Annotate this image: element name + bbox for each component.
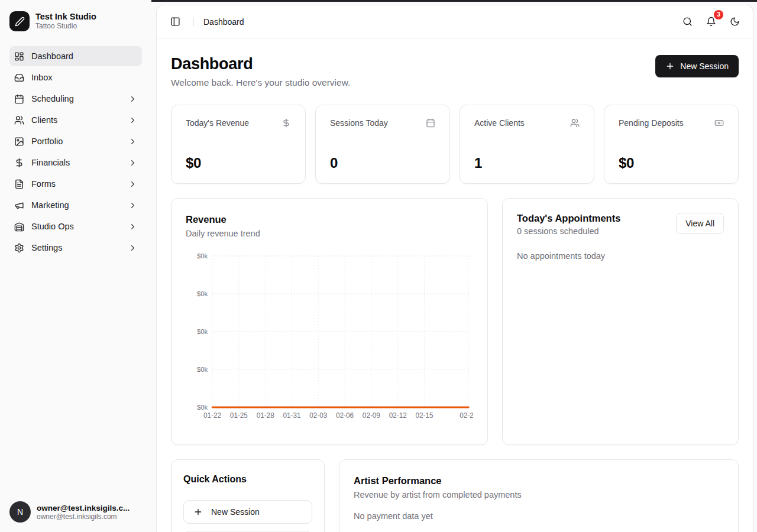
svg-text:$0k: $0k <box>197 290 208 297</box>
sidebar-item-label: Dashboard <box>31 51 73 61</box>
main-region: Dashboard 3 Dashboard Welcome back. Here… <box>151 0 757 532</box>
sidebar-item-settings[interactable]: Settings <box>9 238 142 258</box>
chevron-right-icon <box>128 222 137 231</box>
sidebar-item-portfolio[interactable]: Portfolio <box>9 131 142 151</box>
main-panel: Dashboard 3 Dashboard Welcome back. Here… <box>156 5 753 532</box>
svg-text:01-28: 01-28 <box>257 411 274 420</box>
topbar: Dashboard 3 <box>157 5 753 38</box>
studio-logo <box>9 11 30 31</box>
artist-performance-title: Artist Performance <box>354 475 724 486</box>
banknote-icon <box>714 118 724 128</box>
artist-performance-card: Artist Performance Revenue by artist fro… <box>339 459 739 532</box>
chevron-right-icon <box>128 180 137 189</box>
bell-icon <box>706 17 716 27</box>
panel-left-icon <box>170 17 180 27</box>
appointments-subtitle: 0 sessions scheduled <box>517 226 620 236</box>
calendar-icon <box>426 118 435 128</box>
gear-icon <box>14 243 24 253</box>
chevron-right-icon <box>128 137 137 146</box>
stat-label: Sessions Today <box>330 118 388 128</box>
stat-value: $0 <box>186 155 291 171</box>
svg-text:02-20: 02-20 <box>460 411 473 420</box>
svg-text:$0k: $0k <box>197 404 208 411</box>
topbar-divider <box>193 17 194 27</box>
topbar-actions: 3 <box>678 13 743 31</box>
sidebar-nav: Dashboard Inbox Scheduling Clients Portf… <box>0 46 151 258</box>
svg-text:$0k: $0k <box>197 252 208 259</box>
megaphone-icon <box>14 200 24 210</box>
appointments-title: Today's Appointments <box>517 213 620 224</box>
stats-row: Today's Revenue $0 Sessions Today 0 Acti… <box>171 105 739 184</box>
stat-label: Active Clients <box>474 118 525 128</box>
sidebar-item-dashboard[interactable]: Dashboard <box>9 46 142 66</box>
dark-mode-toggle[interactable] <box>726 13 743 31</box>
artist-performance-subtitle: Revenue by artist from completed payment… <box>354 490 724 499</box>
users-icon <box>570 118 580 128</box>
svg-text:$0k: $0k <box>197 366 208 373</box>
sidebar-item-label: Forms <box>31 179 56 189</box>
svg-text:02-03: 02-03 <box>309 411 327 420</box>
pen-icon <box>15 17 25 27</box>
image-icon <box>14 137 24 147</box>
sidebar-item-label: Financials <box>31 158 70 167</box>
sidebar-item-marketing[interactable]: Marketing <box>9 195 142 215</box>
calendar-icon <box>14 94 24 104</box>
page-subtitle: Welcome back. Here's your studio overvie… <box>171 77 350 88</box>
sidebar-item-scheduling[interactable]: Scheduling <box>9 89 142 109</box>
appointments-empty-text: No appointments today <box>517 251 724 261</box>
notifications-button[interactable]: 3 <box>702 13 720 31</box>
sidebar: Test Ink Studio Tattoo Studio Dashboard … <box>0 0 151 532</box>
sidebar-item-financials[interactable]: Financials <box>9 153 142 173</box>
revenue-card: Revenue Daily revenue trend $0k$0k$0k$0k… <box>171 198 488 445</box>
user-email: owner@test.inksigils.com <box>37 512 130 521</box>
search-button[interactable] <box>678 13 696 31</box>
chevron-right-icon <box>128 95 137 103</box>
sidebar-item-clients[interactable]: Clients <box>9 110 142 130</box>
stat-label: Pending Deposits <box>619 118 684 128</box>
file-text-icon <box>14 179 24 189</box>
new-session-button[interactable]: New Session <box>655 55 739 77</box>
artist-performance-empty-text: No payment data yet <box>354 511 724 521</box>
breadcrumb: Dashboard <box>203 17 244 27</box>
quick-action-new-session-button[interactable]: New Session <box>183 500 312 524</box>
stat-card-pending-deposits: Pending Deposits $0 <box>604 105 739 184</box>
chevron-right-icon <box>128 201 137 210</box>
inbox-icon <box>14 73 24 83</box>
svg-text:01-22: 01-22 <box>203 411 221 420</box>
sidebar-item-label: Inbox <box>31 73 52 82</box>
quick-actions-title: Quick Actions <box>183 474 312 485</box>
quick-actions-card: Quick Actions New Session Add Walk-in <box>171 459 325 532</box>
chevron-right-icon <box>128 116 137 125</box>
svg-text:02-09: 02-09 <box>363 411 380 420</box>
sidebar-item-label: Portfolio <box>31 137 63 146</box>
svg-text:01-25: 01-25 <box>230 411 248 420</box>
search-icon <box>682 17 693 27</box>
sidebar-item-inbox[interactable]: Inbox <box>9 67 142 87</box>
middle-row: Revenue Daily revenue trend $0k$0k$0k$0k… <box>171 198 739 445</box>
sidebar-toggle-button[interactable] <box>166 13 184 31</box>
stat-value: 1 <box>474 155 580 171</box>
dollar-icon <box>14 158 24 168</box>
plus-icon <box>665 61 675 71</box>
stat-card-todays-revenue: Today's Revenue $0 <box>171 105 306 184</box>
svg-text:02-06: 02-06 <box>336 411 354 420</box>
stat-value: $0 <box>619 155 724 171</box>
stat-card-active-clients: Active Clients 1 <box>460 105 594 184</box>
layout-dashboard-icon <box>14 51 24 61</box>
plus-icon <box>193 507 203 517</box>
revenue-subtitle: Daily revenue trend <box>186 229 473 238</box>
users-icon <box>14 115 24 125</box>
svg-text:02-12: 02-12 <box>389 411 407 420</box>
top-loading-bar <box>151 0 757 2</box>
revenue-title: Revenue <box>186 214 473 225</box>
user-menu[interactable]: N owner@test.inksigils.c... owner@test.i… <box>0 497 151 527</box>
sidebar-item-forms[interactable]: Forms <box>9 174 142 194</box>
view-all-button[interactable]: View All <box>676 213 724 234</box>
stat-value: 0 <box>330 155 435 171</box>
brand: Test Ink Studio Tattoo Studio <box>0 9 151 33</box>
sidebar-item-studio-ops[interactable]: Studio Ops <box>9 216 142 236</box>
sidebar-item-label: Studio Ops <box>31 222 74 231</box>
warehouse-icon <box>14 222 24 232</box>
svg-text:$0k: $0k <box>197 328 208 335</box>
page-header: Dashboard Welcome back. Here's your stud… <box>171 55 739 88</box>
